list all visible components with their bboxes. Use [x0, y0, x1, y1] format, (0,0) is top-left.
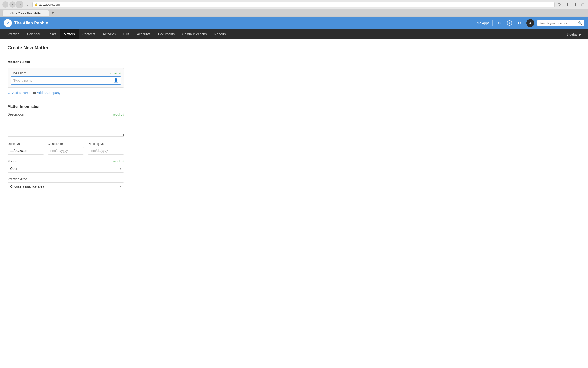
help-icon: ? [507, 20, 512, 26]
section-divider-middle [8, 100, 124, 100]
practice-area-select[interactable]: Choose a practice area [8, 183, 124, 191]
description-textarea[interactable] [8, 118, 124, 137]
browser-tab[interactable]: Clio - Create New Matter [2, 10, 49, 17]
search-icon: 🔍 [578, 21, 582, 25]
close-date-input[interactable] [48, 147, 84, 155]
browser-nav-buttons: ‹ › ▭ [2, 1, 23, 8]
pending-date-input[interactable] [88, 147, 124, 155]
nav-item-tasks[interactable]: Tasks [44, 29, 60, 39]
forward-button[interactable]: › [9, 1, 16, 8]
download-icon[interactable]: ⬇ [564, 1, 570, 8]
nav-item-accounts[interactable]: Accounts [133, 29, 154, 39]
gear-icon: ⚙ [518, 20, 522, 26]
help-button[interactable]: ? [506, 19, 513, 27]
refresh-button[interactable]: ↻ [556, 1, 562, 8]
back-button[interactable]: ‹ [2, 1, 9, 8]
add-links: ⊕ Add A Person or Add A Company [8, 90, 124, 95]
open-date-label: Open Date [8, 142, 44, 146]
close-date-group: Close Date [48, 142, 84, 155]
settings-button[interactable]: ⚙ [516, 19, 524, 27]
browser-right-icons: ⬇ ⬆ ▢ [564, 1, 586, 8]
open-date-group: Open Date [8, 142, 44, 155]
or-text: or [33, 91, 37, 95]
pending-date-label: Pending Date [88, 142, 124, 146]
matter-info-section-title: Matter Information [8, 105, 124, 109]
find-client-input-wrapper[interactable]: 👤 [11, 76, 121, 84]
section-divider-top [8, 55, 124, 55]
description-label: Description [8, 112, 24, 116]
description-required: required [113, 113, 124, 116]
open-date-input[interactable] [8, 147, 44, 155]
pending-date-group: Pending Date [88, 142, 124, 155]
header-divider [492, 20, 492, 26]
header-right: Clio Apps ✉ ? ⚙ A 🔍 [475, 19, 584, 27]
app-nav: Practice Calendar Tasks Matters Contacts… [0, 29, 588, 39]
find-client-label-row: Find Client required [11, 71, 121, 75]
browser-chrome: ‹ › ▭ ⌂ 🔒 app.goclio.com ↻ ⬇ ⬆ ▢ Clio - … [0, 0, 588, 17]
nav-item-bills[interactable]: Bills [120, 29, 133, 39]
status-select[interactable]: Open Pending Closed [8, 165, 124, 173]
app-name: The Alien Pebble [14, 21, 48, 26]
find-client-box: Find Client required 👤 [8, 68, 124, 88]
clio-apps-button[interactable]: Clio Apps [475, 21, 490, 25]
sidebar-toggle-button[interactable]: Sidebar ▶ [564, 32, 584, 36]
description-label-row: Description required [8, 112, 124, 116]
nav-item-reports[interactable]: Reports [211, 29, 229, 39]
home-button[interactable]: ⌂ [25, 1, 31, 8]
nav-item-communications[interactable]: Communications [178, 29, 210, 39]
find-client-group: Find Client required 👤 ⊕ Add A Person or… [8, 68, 124, 95]
find-client-input[interactable] [13, 79, 114, 83]
nav-item-documents[interactable]: Documents [154, 29, 178, 39]
status-select-wrapper: Open Pending Closed ▼ [8, 165, 124, 173]
nav-item-matters[interactable]: Matters [60, 29, 79, 39]
browser-tab-bar: Clio - Create New Matter + [0, 9, 588, 17]
person-icon: 👤 [114, 78, 118, 83]
windows-icon[interactable]: ▢ [579, 1, 586, 8]
practice-area-group: Practice Area Choose a practice area ▼ [8, 177, 124, 191]
add-plus-icon: ⊕ [8, 91, 11, 95]
close-date-label: Close Date [48, 142, 84, 146]
practice-area-label: Practice Area [8, 177, 27, 181]
inbox-button[interactable]: ✉ [495, 19, 503, 27]
nav-items: Practice Calendar Tasks Matters Contacts… [4, 29, 564, 39]
nav-item-calendar[interactable]: Calendar [23, 29, 44, 39]
status-group: Status required Open Pending Closed ▼ [8, 159, 124, 173]
nav-item-activities[interactable]: Activities [99, 29, 120, 39]
share-icon[interactable]: ⬆ [572, 1, 578, 8]
reading-view-button[interactable]: ▭ [17, 1, 23, 8]
inbox-icon: ✉ [497, 20, 501, 26]
date-fields: Open Date Close Date Pending Date [8, 142, 124, 155]
practice-area-select-wrapper: Choose a practice area ▼ [8, 183, 124, 191]
address-bar[interactable]: 🔒 app.goclio.com [33, 2, 555, 7]
search-input[interactable] [539, 21, 577, 25]
description-group: Description required [8, 112, 124, 137]
sidebar-arrow-icon: ▶ [579, 32, 581, 36]
nav-item-practice[interactable]: Practice [4, 29, 23, 39]
matter-client-section-title: Matter Client [8, 60, 124, 64]
logo-icon: ✓ [4, 19, 12, 27]
ssl-lock-icon: 🔒 [35, 3, 38, 6]
new-tab-button[interactable]: + [49, 9, 56, 16]
app-logo[interactable]: ✓ The Alien Pebble [4, 19, 475, 27]
page-content: Create New Matter Matter Client Find Cli… [0, 39, 132, 201]
app-header: ✓ The Alien Pebble Clio Apps ✉ ? ⚙ A 🔍 [0, 17, 588, 29]
avatar[interactable]: A [526, 19, 534, 27]
header-search[interactable]: 🔍 [537, 20, 584, 26]
page-title: Create New Matter [8, 45, 124, 50]
find-client-label: Find Client [11, 71, 26, 75]
add-person-link[interactable]: Add A Person [12, 91, 32, 95]
browser-toolbar: ‹ › ▭ ⌂ 🔒 app.goclio.com ↻ ⬇ ⬆ ▢ [0, 0, 588, 9]
status-label: Status [8, 159, 17, 163]
status-label-row: Status required [8, 159, 124, 163]
address-text: app.goclio.com [39, 3, 60, 6]
sidebar-label: Sidebar [567, 32, 578, 36]
add-company-link[interactable]: Add A Company [37, 91, 60, 95]
logo-checkmark: ✓ [6, 21, 9, 25]
nav-item-contacts[interactable]: Contacts [79, 29, 99, 39]
status-required: required [113, 160, 124, 163]
find-client-required: required [110, 71, 121, 75]
practice-area-label-row: Practice Area [8, 177, 124, 181]
